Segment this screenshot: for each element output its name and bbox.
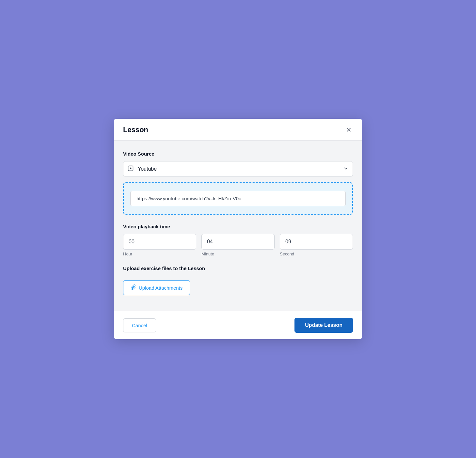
lesson-modal: Lesson ✕ Video Source Youtube Vimeo bbox=[114, 119, 362, 339]
second-label: Second bbox=[280, 252, 353, 256]
video-source-select[interactable]: Youtube Vimeo Self Hosted External URL bbox=[123, 161, 353, 176]
second-group: Second bbox=[280, 234, 353, 256]
minute-input[interactable] bbox=[201, 234, 275, 250]
update-label: Update Lesson bbox=[305, 322, 342, 328]
paperclip-icon bbox=[131, 284, 136, 291]
modal-backdrop: Lesson ✕ Video Source Youtube Vimeo bbox=[0, 0, 476, 458]
upload-attachments-label: Upload Attachments bbox=[139, 285, 182, 291]
hour-label: Hour bbox=[123, 252, 196, 256]
minute-label: Minute bbox=[201, 252, 275, 256]
second-input[interactable] bbox=[280, 234, 353, 250]
video-source-label: Video Source bbox=[123, 151, 353, 157]
video-source-wrapper: Youtube Vimeo Self Hosted External URL bbox=[123, 161, 353, 176]
modal-title: Lesson bbox=[123, 126, 148, 134]
upload-label: Upload exercise files to the Lesson bbox=[123, 266, 353, 271]
close-button[interactable]: ✕ bbox=[345, 125, 353, 134]
cancel-label: Cancel bbox=[132, 323, 147, 328]
url-input-container bbox=[123, 182, 353, 215]
upload-section: Upload exercise files to the Lesson Uplo… bbox=[123, 266, 353, 295]
close-icon: ✕ bbox=[346, 127, 352, 133]
video-url-input[interactable] bbox=[130, 191, 346, 206]
cancel-button[interactable]: Cancel bbox=[123, 318, 156, 332]
update-lesson-button[interactable]: Update Lesson bbox=[294, 318, 353, 333]
modal-footer: Cancel Update Lesson bbox=[114, 311, 362, 339]
hour-input[interactable] bbox=[123, 234, 196, 250]
playback-section: Video playback time Hour Minute Second bbox=[123, 224, 353, 256]
modal-header: Lesson ✕ bbox=[114, 119, 362, 141]
playback-label: Video playback time bbox=[123, 224, 353, 229]
hour-group: Hour bbox=[123, 234, 196, 256]
minute-group: Minute bbox=[201, 234, 275, 256]
modal-body: Video Source Youtube Vimeo Self Hosted E… bbox=[114, 141, 362, 311]
upload-attachments-button[interactable]: Upload Attachments bbox=[123, 280, 190, 295]
time-inputs: Hour Minute Second bbox=[123, 234, 353, 256]
